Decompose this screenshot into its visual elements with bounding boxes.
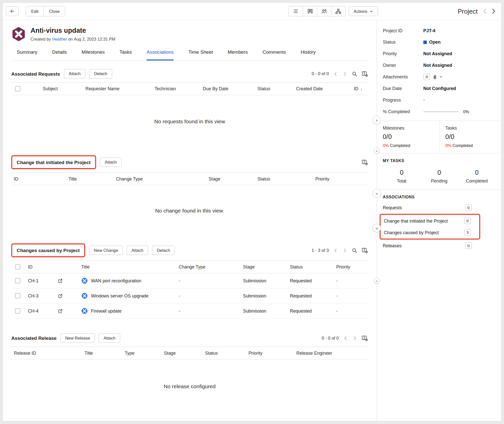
column-header[interactable]: Priority [334, 260, 368, 273]
tab-details[interactable]: Details [52, 49, 67, 60]
chevron-down-icon[interactable] [439, 75, 443, 78]
detach-request-button[interactable]: Detach [89, 69, 112, 78]
stage-cell: Submission [240, 273, 287, 288]
column-header[interactable]: Release Engineer [294, 347, 368, 359]
row-checkbox[interactable] [15, 293, 20, 298]
change-title-cell[interactable]: Windows server OS upgrade [79, 288, 176, 304]
column-header[interactable]: Stage [206, 172, 255, 185]
column-header[interactable]: Stage [161, 347, 202, 359]
column-header[interactable]: Priority [246, 347, 294, 359]
attach-change-button[interactable]: Attach [127, 246, 148, 255]
sidebar-collapse-icon[interactable]: » [372, 189, 381, 197]
page-previous-icon[interactable] [343, 336, 348, 341]
column-header[interactable]: Created Date [294, 82, 352, 95]
change-id-cell[interactable]: CH-1 [25, 273, 55, 288]
column-header[interactable]: Priority [313, 172, 368, 185]
page-previous-icon[interactable] [333, 71, 338, 76]
tab-members[interactable]: Members [228, 49, 248, 60]
column-header[interactable]: Change Type [176, 260, 240, 273]
tab-comments[interactable]: Comments [263, 49, 286, 60]
field-value[interactable]: Not Configured [423, 86, 456, 91]
next-record-icon[interactable] [490, 8, 497, 15]
row-checkbox[interactable] [15, 308, 20, 313]
column-settings-icon[interactable] [362, 247, 368, 254]
edit-button[interactable]: Edit [26, 7, 43, 16]
association-link-requests[interactable]: Requests 0 [383, 202, 496, 214]
field-value[interactable]: Open [423, 40, 441, 45]
sidebar-collapse-icon[interactable]: » [372, 224, 381, 232]
column-header[interactable]: Title [82, 347, 122, 359]
close-button[interactable]: Close [44, 7, 65, 16]
column-header-id[interactable]: ID ↓ [351, 82, 368, 95]
open-in-new-icon[interactable] [57, 308, 63, 314]
association-count-badge: 0 [464, 218, 471, 224]
column-header[interactable]: Title [66, 172, 113, 185]
column-header[interactable]: Technician [152, 82, 200, 95]
column-header[interactable]: Requester Name [83, 82, 152, 95]
change-id-cell[interactable]: CH-3 [25, 288, 55, 304]
column-settings-icon[interactable] [362, 159, 368, 166]
columns-view-button[interactable] [303, 7, 317, 16]
column-header[interactable]: Subject [40, 82, 83, 95]
my-tasks-completed-label: Completed [458, 178, 496, 184]
tab-milestones[interactable]: Milestones [82, 49, 105, 60]
created-by-link[interactable]: Heather [52, 37, 67, 42]
open-in-new-icon[interactable] [57, 278, 63, 284]
tab-time-sheet[interactable]: Time Sheet [188, 49, 213, 60]
attach-change-button[interactable]: Attach [100, 158, 121, 167]
column-settings-icon[interactable] [362, 335, 368, 342]
tab-tasks[interactable]: Tasks [119, 49, 132, 60]
association-link-changes-caused[interactable]: Changes caused by Project 3 [384, 227, 476, 238]
page-next-icon[interactable] [342, 71, 347, 76]
change-title-cell[interactable]: WAN port reconfiguration [79, 273, 176, 288]
select-all-checkbox[interactable] [15, 264, 20, 269]
summary-view-button[interactable] [289, 7, 303, 16]
new-change-button[interactable]: New Change [89, 246, 123, 255]
status-cell: Requested [287, 273, 334, 288]
column-header[interactable]: Change Type [113, 172, 206, 185]
column-header[interactable]: Release ID [11, 347, 82, 359]
new-release-button[interactable]: New Release [60, 334, 95, 343]
column-header[interactable]: ID [25, 260, 79, 273]
search-icon[interactable] [352, 71, 357, 77]
select-all-checkbox[interactable] [15, 86, 20, 91]
panel-resize-handle[interactable]: » [374, 278, 380, 284]
search-icon[interactable] [352, 248, 357, 253]
back-button[interactable] [6, 7, 19, 16]
attach-request-button[interactable]: Attach [64, 69, 85, 78]
column-header[interactable]: ID [11, 172, 66, 185]
column-header[interactable]: Status [287, 260, 334, 273]
detach-change-button[interactable]: Detach [152, 246, 175, 255]
attach-release-button[interactable]: Attach [99, 334, 120, 343]
page-next-icon[interactable] [352, 336, 357, 341]
column-header[interactable]: Title [79, 260, 176, 273]
previous-record-icon[interactable] [482, 8, 489, 15]
column-header[interactable]: Status [255, 82, 293, 95]
tab-history[interactable]: History [301, 49, 316, 60]
column-settings-icon[interactable] [362, 71, 368, 77]
paperclip-icon[interactable] [432, 74, 437, 80]
members-view-button[interactable] [317, 7, 331, 16]
row-checkbox[interactable] [15, 278, 20, 283]
hierarchy-view-button[interactable] [331, 7, 345, 16]
field-value[interactable]: Not Assigned [423, 51, 452, 56]
page-previous-icon[interactable] [333, 248, 338, 253]
change-id-cell[interactable]: CH-4 [25, 304, 55, 319]
actions-menu-button[interactable]: Actions [349, 7, 378, 16]
tab-summary[interactable]: Summary [17, 49, 37, 60]
change-title-cell[interactable]: Firewall update [79, 304, 176, 319]
sidebar-collapse-icon[interactable]: » [372, 116, 381, 124]
column-header[interactable]: Due By Date [200, 82, 255, 95]
association-link-releases[interactable]: Releases 0 [383, 240, 496, 252]
open-in-new-icon[interactable] [57, 293, 63, 299]
association-link-change-initiated[interactable]: Change that initiated the Project 0 [384, 215, 476, 227]
panel-resize-handle[interactable]: » [374, 148, 380, 154]
column-header[interactable]: Type [122, 347, 162, 359]
field-value[interactable]: Not Assigned [423, 63, 452, 68]
page-next-icon[interactable] [342, 248, 347, 253]
tab-associations[interactable]: Associations [147, 49, 174, 60]
column-header[interactable]: Status [203, 347, 246, 359]
column-header[interactable]: Status [255, 172, 313, 185]
column-header[interactable]: Stage [240, 260, 287, 273]
sort-descending-icon[interactable]: ↓ [360, 86, 362, 91]
